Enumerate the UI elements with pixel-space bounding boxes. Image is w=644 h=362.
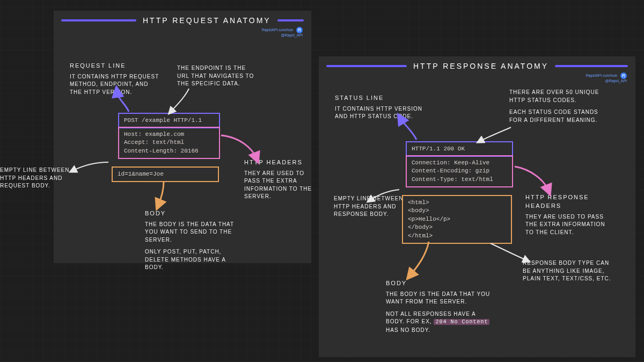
response-title: HTTP RESPONSE ANATOMY <box>413 62 548 70</box>
body-heading: BODY <box>386 279 493 288</box>
request-line-heading: REQUEST LINE <box>70 62 161 70</box>
body-text2: ONLY POST, PUT, PATCH, DELETE METHODS HA… <box>145 248 241 272</box>
brand-line1: RapidAPI.com/hub <box>262 28 293 32</box>
request-line-text: IT CONTAINS HTTP REQUEST METHOD, ENDPOIN… <box>70 73 161 97</box>
no-content-highlight: 204 No Content <box>434 319 489 325</box>
request-headers-box: Host: example.com Accept: text/html Cont… <box>118 127 220 159</box>
status-line-heading: STATUS LINE <box>335 94 426 103</box>
http-request-panel: HTTP REQUEST ANATOMY RapidAPI.com/hub R … <box>54 11 311 263</box>
request-body-box: id=1&name=Joe <box>112 166 219 182</box>
body-label-response: BODY THE BODY IS THE DATA THAT YOU WANT … <box>386 279 493 334</box>
http-response-headers-label: HTTP RESPONSE HEADERS THEY ARE USED TO P… <box>525 193 611 236</box>
status-codes-note: THERE ARE OVER 50 UNIQUE HTTP STATUS COD… <box>509 89 606 124</box>
empty-line-note-request: EMPTY LINE BETWEEN HTTP HEADERS AND REQU… <box>0 166 70 190</box>
http-headers-label: HTTP HEADERS THEY ARE USED TO PASS THE E… <box>244 158 319 201</box>
status-line-label: STATUS LINE IT CONTAINS HTTP VERSION AND… <box>335 94 426 121</box>
endpoint-note: THE ENDPOINT IS THE URL THAT NAVIGATES T… <box>177 64 258 88</box>
body-type-note: RESPONSE BODY TYPE CAN BE ANYTHING LIKE … <box>523 259 614 283</box>
body-text1: THE BODY IS THE DATA THAT YOU WANT TO SE… <box>145 221 241 244</box>
brand-line2: @Rapid_API <box>281 33 303 37</box>
brand-line2: @Rapid_API <box>605 79 627 83</box>
status-line-text: IT CONTAINS HTTP VERSION AND HTTP STATUS… <box>335 105 426 121</box>
http-response-headers-heading: HTTP RESPONSE HEADERS <box>525 193 611 211</box>
brand-block: RapidAPI.com/hub R @Rapid_API <box>262 27 303 38</box>
response-title-row: HTTP RESPONSE ANATOMY <box>319 56 635 73</box>
title-line-left <box>326 65 407 67</box>
rapidapi-logo-icon: R <box>620 73 627 79</box>
response-body-box: <html> <body> <p>Hello</p> </body> </htm… <box>402 195 512 244</box>
response-headers-box: Connection: Keep-Alive Content-Encoding:… <box>406 155 513 187</box>
request-title-row: HTTP REQUEST ANATOMY <box>54 11 311 27</box>
body-label-request: BODY THE BODY IS THE DATA THAT YOU WANT … <box>145 209 241 272</box>
http-response-headers-text: THEY ARE USED TO PASS THE EXTRA INFORMAT… <box>525 213 611 237</box>
http-headers-heading: HTTP HEADERS <box>244 158 319 167</box>
http-response-panel: HTTP RESPONSE ANATOMY RapidAPI.com/hub R… <box>319 56 635 357</box>
rapidapi-logo-icon: R <box>296 27 303 33</box>
title-line-right <box>277 19 304 21</box>
brand-line1: RapidAPI.com/hub <box>586 74 617 77</box>
request-title: HTTP REQUEST ANATOMY <box>143 16 271 25</box>
title-line-right <box>555 65 628 67</box>
request-line-box: POST /example HTTP/1.1 <box>118 113 220 128</box>
empty-line-note-response: EMPTY LINE BETWEEN HTTP HEADERS AND RESP… <box>334 195 404 219</box>
status-line-box: HTTP/1.1 200 OK <box>406 141 513 157</box>
body-text2: NOT ALL RESPONSES HAVE A BODY. FOR EX, 2… <box>386 310 493 335</box>
title-line-left <box>61 19 136 21</box>
body-heading: BODY <box>145 209 241 218</box>
brand-block: RapidAPI.com/hub R @Rapid_API <box>586 73 627 83</box>
http-headers-text: THEY ARE USED TO PASS THE EXTRA INFORMAT… <box>244 170 319 201</box>
body-text1: THE BODY IS THE DATA THAT YOU WANT FROM … <box>386 291 493 306</box>
request-line-label: REQUEST LINE IT CONTAINS HTTP REQUEST ME… <box>70 62 161 96</box>
